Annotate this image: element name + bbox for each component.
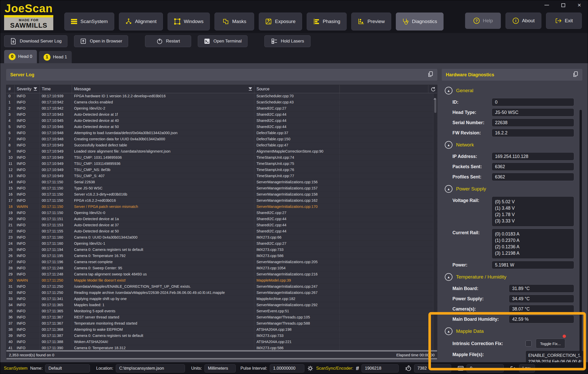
log-cell-message: TSU_CMP_NS: 8ef3b: [72, 167, 254, 173]
log-row[interactable]: 36 INFO 00:17:11:367 REST server thread …: [6, 314, 437, 320]
scroll-up-arrow[interactable]: [434, 93, 436, 100]
col-time[interactable]: Time: [40, 85, 72, 93]
log-row[interactable]: 23 INFO 00:17:11:160 Camera 0: UUID 0x4a…: [6, 234, 437, 241]
tab-exposure[interactable]: Exposure: [259, 13, 302, 30]
log-row[interactable]: 1 INFO 00:17:10:942 Camera clocks enable…: [6, 99, 437, 105]
log-row[interactable]: 18 WARN 00:17:11:150 Server / FPGA patch…: [6, 204, 437, 210]
log-row[interactable]: 13 INFO 00:17:10:949 TSU_CMP_S: 407 Time…: [6, 173, 437, 179]
log-row[interactable]: 16 INFO 00:17:11:150 Server v16.2.3-dirt…: [6, 191, 437, 198]
collapse-icon[interactable]: ▲: [445, 185, 452, 193]
units-value[interactable]: Millimeters: [204, 364, 236, 372]
log-row[interactable]: 40 INFO 00:17:11:388 Woken ATSHA204A! AT…: [6, 339, 437, 345]
log-scrollbar[interactable]: [433, 93, 437, 350]
refresh-log-button[interactable]: [428, 85, 437, 93]
severity-filter-icon[interactable]: [34, 87, 37, 91]
collapse-icon[interactable]: ▲: [445, 273, 452, 281]
log-row[interactable]: 19 INFO 00:17:11:150 Opening /dev/i2c-0 …: [6, 210, 437, 216]
log-row[interactable]: 31 INFO 00:17:11:250 /userdata/vMapples/…: [6, 284, 437, 290]
location-value[interactable]: C:\tmp\scansystem.json: [116, 364, 185, 372]
tab-masks[interactable]: Masks: [214, 13, 254, 30]
encoder-aux-value[interactable]: 0: [467, 364, 504, 372]
encoder-count-value[interactable]: 1906218: [362, 364, 399, 372]
section-network: ▲ Network: [442, 139, 582, 150]
copy-icon[interactable]: [573, 71, 578, 78]
minimize-button[interactable]: [544, 5, 549, 5]
log-cell-severity: INFO: [15, 234, 40, 240]
close-button[interactable]: ×: [577, 3, 581, 7]
titlebar: JoeScan MADE FOR SAWMILLS ScanSystem Ali…: [0, 0, 588, 33]
log-footer: 2,353 record(s) found on 0 Elapsed time …: [6, 350, 437, 359]
log-row[interactable]: 32 INFO 00:17:11:250 Reading mapple arch…: [6, 290, 437, 296]
tab-diagnostics[interactable]: Diagnostics: [396, 13, 443, 30]
log-row[interactable]: 9 INFO 00:17:10:949 Loaded store alignme…: [6, 148, 437, 155]
log-row[interactable]: 8 INFO 00:17:10:949 Successfully loaded …: [6, 142, 437, 148]
log-row[interactable]: 33 INFO 00:17:11:341 Applying mapple shi…: [6, 296, 437, 302]
about-button[interactable]: i About: [506, 13, 541, 29]
open-in-browser-button[interactable]: Open in Browser: [74, 35, 128, 47]
tab-phasing[interactable]: Phasing: [307, 13, 347, 30]
encoder-freq-value[interactable]: 7382: [414, 364, 451, 372]
hold-lasers-button[interactable]: Hold Lasers: [264, 35, 311, 47]
tab-scansystem[interactable]: ScanSystem: [64, 13, 114, 30]
collapse-icon[interactable]: ▲: [445, 327, 452, 335]
log-row[interactable]: 7 INFO 00:17:10:948 Creating correction …: [6, 136, 437, 142]
tab-alignment[interactable]: Alignment: [119, 13, 163, 30]
log-row[interactable]: 0 INFO 00:17:10:939 FPGA hardware ID 1 v…: [6, 93, 437, 99]
log-row[interactable]: 2 INFO 00:17:10:942 Opening /dev/i2c-2 S…: [6, 105, 437, 112]
col-severity[interactable]: Severity: [15, 85, 40, 93]
name-value[interactable]: Default: [45, 364, 90, 372]
copy-icon[interactable]: [428, 71, 433, 78]
log-cell-message: Auto-Detected device at 50: [72, 124, 254, 130]
intrinsic-fix-checkbox[interactable]: [525, 340, 532, 347]
log-row[interactable]: 26 INFO 00:17:11:195 Camera 0: Temperatu…: [6, 253, 437, 259]
log-row[interactable]: 35 INFO 00:17:11:365 Monitoring 5 epoll …: [6, 308, 437, 314]
help-button[interactable]: ? Help: [465, 13, 501, 29]
log-row[interactable]: 34 INFO 00:17:11:365 Mapples loaded: 1 S…: [6, 302, 437, 308]
collapse-icon[interactable]: ▲: [445, 141, 452, 149]
log-row[interactable]: 24 INFO 00:17:11:160 Opening /dev/i2c-1 …: [6, 241, 437, 247]
log-row[interactable]: 28 INFO 00:17:11:248 Camera 0: Sweep Cen…: [6, 265, 437, 271]
gear-icon[interactable]: [307, 366, 314, 371]
log-row[interactable]: 22 INFO 00:17:11:155 Auto-Detected devic…: [6, 228, 437, 234]
download-server-log-button[interactable]: Download Server Log: [4, 35, 67, 47]
log-row[interactable]: 39 INFO 00:17:11:387 Camera 0: Camera re…: [6, 333, 437, 339]
log-row[interactable]: 10 INFO 00:17:10:949 TSU_CMP: 1031.14989…: [6, 155, 437, 161]
message-filter-icon[interactable]: [249, 87, 252, 91]
log-row[interactable]: 21 INFO 00:17:11:153 Auto-Detected devic…: [6, 222, 437, 228]
log-row[interactable]: 29 INFO 00:17:11:248 Camera tap alignmen…: [6, 271, 437, 277]
log-row[interactable]: 17 INFO 00:17:11:150 FPGA v16.2.2+ed03b0…: [6, 198, 437, 204]
restart-button[interactable]: Restart: [145, 35, 191, 47]
pulse-interval-value[interactable]: 1.00000000: [270, 364, 304, 372]
level-value[interactable]: Low: [519, 364, 535, 372]
log-cell-num: 30: [6, 277, 15, 283]
open-terminal-button[interactable]: Open Terminal: [198, 35, 247, 47]
exit-button[interactable]: Exit: [546, 13, 582, 29]
log-row[interactable]: 15 INFO 00:17:11:150 Type JS-50 WSC Serv…: [6, 185, 437, 191]
log-row[interactable]: 12 INFO 00:17:10:949 TSU_CMP_NS: 8ef3b T…: [6, 167, 437, 173]
log-row[interactable]: 14 INFO 00:17:11:150 Serial 22638 Server…: [6, 179, 437, 185]
maximize-button[interactable]: [561, 3, 565, 7]
log-row[interactable]: 3 INFO 00:17:10:943 Auto-Detected device…: [6, 112, 437, 118]
log-row[interactable]: 5 INFO 00:17:10:946 Auto-Detected device…: [6, 124, 437, 130]
log-row[interactable]: 38 INFO 00:17:11:368 Attempting to wake …: [6, 327, 437, 333]
col-source[interactable]: Source: [254, 85, 340, 93]
tab-preview[interactable]: Preview: [351, 13, 391, 30]
diagnostics-scrollbar[interactable]: [580, 110, 582, 357]
log-row[interactable]: 6 INFO 00:17:10:948 Attempting to load /…: [6, 130, 437, 136]
log-row[interactable]: 20 INFO 00:17:11:151 Auto-Detected devic…: [6, 216, 437, 222]
log-row[interactable]: 30 WARN 00:17:11:250 Mapple Model file d…: [6, 277, 437, 284]
log-row[interactable]: 4 INFO 00:17:10:945 Auto-Detected device…: [6, 118, 437, 124]
collapse-icon[interactable]: ▲: [445, 87, 452, 94]
col-num[interactable]: #: [6, 85, 15, 93]
log-row[interactable]: 37 INFO 00:17:11:367 Temperature monitor…: [6, 320, 437, 327]
tab-head-0[interactable]: 0 Head 0: [4, 50, 37, 63]
tab-windows[interactable]: Windows: [168, 13, 210, 30]
toggle-fix-button[interactable]: Toggle Fix...: [536, 339, 565, 348]
col-message[interactable]: Message: [72, 85, 254, 93]
log-row[interactable]: 11 INFO 00:17:10:949 TSU_CMP: 1031149895…: [6, 161, 437, 167]
log-row[interactable]: 27 INFO 00:17:11:196 Camera reset comple…: [6, 259, 437, 265]
tab-head-1[interactable]: 1 Head 1: [39, 51, 72, 63]
scroll-thumb[interactable]: [434, 98, 436, 113]
alignment-icon: [125, 18, 132, 25]
log-row[interactable]: 25 INFO 00:17:11:194 Camera 0: Camera re…: [6, 247, 437, 253]
